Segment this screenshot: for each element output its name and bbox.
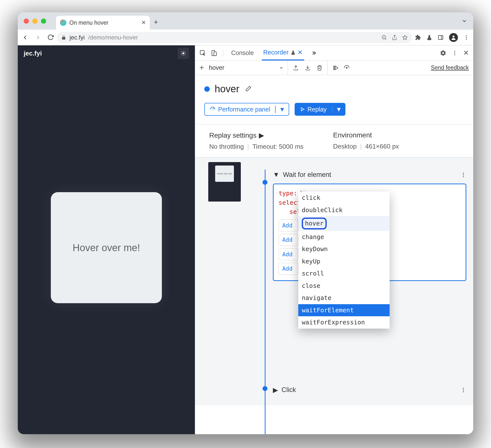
breakpoint-icon[interactable] xyxy=(343,65,350,71)
dd-item-waitforexpression[interactable]: waitForExpression xyxy=(298,316,390,329)
traffic-lights xyxy=(24,19,46,24)
step-header[interactable]: ▶ Click xyxy=(273,385,466,395)
settings-icon[interactable] xyxy=(440,50,446,56)
dd-item-doubleclick[interactable]: doubleClick xyxy=(298,204,390,216)
perf-panel-caret[interactable]: ▼ xyxy=(275,106,289,113)
delete-icon[interactable] xyxy=(317,65,322,71)
devtools-kebab-icon[interactable] xyxy=(452,50,458,56)
svg-marker-5 xyxy=(403,35,407,39)
recording-selector[interactable]: hover xyxy=(209,61,288,75)
export-icon[interactable] xyxy=(293,65,299,71)
profile-avatar[interactable] xyxy=(449,33,458,42)
dd-item-keydown[interactable]: keyDown xyxy=(298,243,390,255)
svg-point-32 xyxy=(463,173,464,174)
new-recording-button[interactable]: + xyxy=(199,63,204,72)
theme-toggle-button[interactable] xyxy=(178,48,189,59)
tabs-menu-icon[interactable] xyxy=(461,18,467,24)
svg-line-30 xyxy=(213,108,214,109)
lock-icon xyxy=(61,35,66,40)
svg-marker-31 xyxy=(301,108,304,111)
hover-card[interactable]: Hover over me! xyxy=(51,192,162,303)
step-kebab-icon[interactable] xyxy=(460,172,466,178)
step-editor[interactable]: type: select sel Add Add Add Add click xyxy=(273,184,466,281)
labs-icon[interactable] xyxy=(426,35,432,40)
reload-button[interactable] xyxy=(47,34,54,41)
tab-recorder[interactable]: Recorder ✕ xyxy=(262,46,304,60)
add-button-2[interactable]: Add xyxy=(279,234,298,246)
dd-item-hover[interactable]: hover xyxy=(298,216,390,231)
step-dot-icon xyxy=(263,386,267,391)
tab-close-icon[interactable]: ✕ xyxy=(298,49,303,56)
recorder-buttons: Performance panel ▼ Replay ▼ xyxy=(204,103,464,116)
svg-rect-23 xyxy=(214,52,217,56)
close-window-button[interactable] xyxy=(24,19,29,24)
add-button-1[interactable]: Add xyxy=(279,220,298,232)
dd-item-scroll[interactable]: scroll xyxy=(298,267,390,280)
dd-item-close[interactable]: close xyxy=(298,280,390,292)
import-icon[interactable] xyxy=(305,65,311,71)
replay-settings[interactable]: Replay settings ▶ No throttling | Timeou… xyxy=(209,131,303,150)
add-button-4[interactable]: Add xyxy=(279,263,298,275)
dd-item-navigate[interactable]: navigate xyxy=(298,292,390,304)
timeout-value: Timeout: 5000 ms xyxy=(252,143,303,150)
page-brand: jec.fyi xyxy=(24,50,42,57)
share-icon[interactable] xyxy=(392,35,397,40)
forward-button[interactable] xyxy=(35,34,41,41)
chevron-right-icon: ▶ xyxy=(273,386,278,394)
svg-point-26 xyxy=(454,54,455,55)
new-tab-button[interactable]: + xyxy=(150,18,162,26)
browser-tab[interactable]: On menu hover ✕ xyxy=(56,16,150,30)
svg-line-18 xyxy=(185,55,185,55)
panel-icon[interactable] xyxy=(438,35,444,40)
step-header[interactable]: ▼ Wait for element xyxy=(273,169,466,180)
tab-strip: On menu hover ✕ + xyxy=(18,12,473,30)
content-split: jec.fyi Hover over me! Console xyxy=(18,45,473,434)
more-tabs-icon[interactable] xyxy=(311,50,317,56)
address-bar[interactable]: jec.fyi/demo/menu-hover xyxy=(57,32,412,43)
dd-item-keyup[interactable]: keyUp xyxy=(298,255,390,268)
recording-status-icon xyxy=(204,86,210,92)
send-feedback-link[interactable]: Send feedback xyxy=(431,64,469,71)
steps-area: Hover over me! ▼ Wait for element type: xyxy=(195,157,473,405)
step-kebab-icon[interactable] xyxy=(460,387,466,393)
performance-panel-button[interactable]: Performance panel ▼ xyxy=(204,103,289,116)
toolbar-icons xyxy=(415,33,469,42)
env-device: Desktop xyxy=(333,143,357,150)
throttling-value: No throttling xyxy=(209,143,244,150)
minimize-window-button[interactable] xyxy=(32,19,38,24)
kebab-menu-icon[interactable] xyxy=(463,35,469,40)
add-button-3[interactable]: Add xyxy=(279,248,298,261)
favicon-icon xyxy=(60,19,66,26)
inspect-element-icon[interactable] xyxy=(199,50,206,56)
hover-card-text: Hover over me! xyxy=(73,242,140,253)
replay-button[interactable]: Replay ▼ xyxy=(295,103,345,116)
recorder-body: hover Performance panel ▼ Re xyxy=(195,75,473,124)
dd-item-click[interactable]: click xyxy=(298,192,390,204)
dd-item-waitforelement[interactable]: waitForElement xyxy=(298,304,390,317)
bookmark-icon[interactable] xyxy=(402,35,408,40)
svg-point-35 xyxy=(463,388,464,389)
recording-title: hover xyxy=(215,83,239,94)
replay-caret[interactable]: ▼ xyxy=(332,106,345,113)
nav-icons xyxy=(22,34,54,41)
devtools-close-icon[interactable]: ✕ xyxy=(463,49,469,57)
svg-line-3 xyxy=(385,38,386,39)
page-body: Hover over me! xyxy=(18,61,195,434)
recorder-toolbar: + hover Send feedback xyxy=(195,61,473,75)
extensions-icon[interactable] xyxy=(415,35,421,40)
dd-item-change[interactable]: change xyxy=(298,231,390,243)
svg-point-36 xyxy=(463,390,464,391)
edit-title-icon[interactable] xyxy=(244,85,252,93)
step-forward-icon[interactable] xyxy=(333,65,339,71)
env-viewport: 461×660 px xyxy=(365,143,399,150)
svg-point-8 xyxy=(453,36,454,37)
maximize-window-button[interactable] xyxy=(41,19,46,24)
device-toolbar-icon[interactable] xyxy=(211,50,218,56)
back-button[interactable] xyxy=(22,34,29,41)
address-bar-icons xyxy=(381,35,408,40)
tab-close-icon[interactable]: ✕ xyxy=(141,19,146,26)
tab-console[interactable]: Console xyxy=(230,46,255,60)
settings-row: Replay settings ▶ No throttling | Timeou… xyxy=(195,124,473,157)
zoom-out-icon[interactable] xyxy=(381,35,387,40)
svg-rect-27 xyxy=(334,66,334,70)
